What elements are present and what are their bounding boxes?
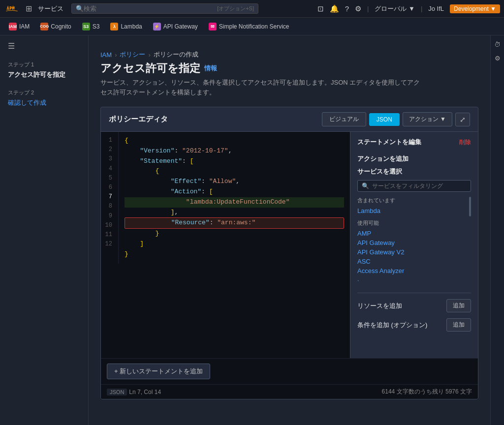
apigw-tab-label: API Gateway [163, 23, 198, 30]
line-num-6: 6 [101, 183, 114, 192]
region-selector[interactable]: グローバル ▼ [375, 4, 414, 13]
service-tab-sns[interactable]: ✉ Simple Notification Service [204, 21, 294, 32]
footer-right: 6144 文字数のうち残り 5976 文字 [382, 388, 472, 396]
code-content[interactable]: { "Version": "2012-10-17", "Statement": … [119, 132, 350, 264]
service-filter-input[interactable] [372, 182, 467, 189]
code-line-11: ] [125, 239, 344, 249]
step1-label: ステップ 1 [8, 61, 80, 68]
search-input[interactable] [84, 5, 215, 12]
info-link[interactable]: 情報 [204, 64, 217, 73]
code-line-8: ], [125, 208, 344, 218]
code-lines: 1 2 3 4 5 6 7 8 9 10 11 12 [101, 132, 350, 264]
policy-editor-container: ポリシーエディタ ビジュアル JSON アクション ▼ ⤢ 1 [100, 107, 478, 399]
tab-json[interactable]: JSON [369, 113, 400, 126]
sns-tab-label: Simple Notification Service [219, 23, 289, 30]
apigw-icon: ⚡ [153, 23, 161, 30]
line-num-8: 8 [101, 202, 114, 211]
edit-statement-header: ステートメントを編集 削除 [357, 138, 471, 147]
code-line-12: } [125, 249, 344, 260]
right-panel: ステートメントを編集 削除 アクションを追加 サービスを選択 🔍 [350, 132, 478, 358]
line-num-2: 2 [101, 145, 114, 154]
settings-icon[interactable]: ⚙ [355, 4, 361, 13]
apps-icon[interactable]: ⊡ [317, 4, 324, 13]
lambda-tab-label: Lambda [121, 23, 142, 30]
footer-type: JSON [107, 389, 127, 395]
breadcrumb-current: ポリシーの作成 [154, 50, 198, 59]
available-amp[interactable]: AMP [357, 229, 471, 238]
s3-icon: S3 [82, 23, 90, 30]
sidebar-toggle[interactable]: ☰ [8, 41, 20, 53]
add-resource-section: リソースを追加 追加 条件を追加 (オプション) 追加 [357, 293, 471, 332]
line-numbers: 1 2 3 4 5 6 7 8 9 10 11 12 [101, 132, 119, 264]
edit-statement-title: ステートメントを編集 [357, 138, 421, 147]
policy-editor-title: ポリシーエディタ [109, 115, 168, 124]
user-name[interactable]: Jo IfL [428, 5, 444, 12]
edit-statement-section: ステートメントを編集 削除 [357, 138, 471, 147]
line-num-11: 11 [101, 230, 114, 240]
add-resource-button[interactable]: 追加 [446, 299, 471, 312]
page-title-row: アクセス許可を指定 情報 [100, 61, 478, 76]
account-selector[interactable]: Development ▼ [450, 4, 500, 13]
service-lambda[interactable]: Lambda [357, 206, 471, 215]
right-tools: ⏱ ⚙ [490, 35, 504, 425]
service-tab-apigw[interactable]: ⚡ API Gateway [148, 21, 203, 32]
top-nav: ⊞ サービス 🔍 [オプション+S] ⊡ 🔔 ? ⚙ | グローバル ▼ | J… [0, 0, 504, 18]
line-num-5: 5 [101, 174, 114, 183]
page-title: アクセス許可を指定 [100, 61, 200, 76]
search-shortcut: [オプション+S] [217, 5, 254, 12]
cog-icon[interactable]: ⚙ [493, 53, 503, 63]
cognito-tab-label: Cognito [51, 23, 71, 30]
search-bar: 🔍 [オプション+S] [71, 3, 258, 14]
service-tab-cognito[interactable]: COG Cognito [35, 21, 76, 32]
tab-action[interactable]: アクション ▼ [403, 112, 452, 126]
s3-tab-label: S3 [93, 23, 100, 30]
code-line-4: { [125, 166, 344, 177]
services-label[interactable]: サービス [38, 4, 63, 13]
add-statement-row: + 新しいステートメントを追加 [101, 358, 478, 384]
code-line-9: "Resource": "arn:aws:" [125, 217, 344, 229]
fullscreen-button[interactable]: ⤢ [455, 113, 470, 126]
code-line-3: "Statement": [ [125, 156, 344, 167]
editor-toolbar: ビジュアル JSON アクション ▼ ⤢ [322, 112, 470, 126]
footer-position: Ln 7, Col 14 [129, 389, 161, 395]
available-access-analyzer[interactable]: Access Analyzer [357, 266, 471, 275]
service-tab-lambda[interactable]: λ Lambda [105, 21, 147, 32]
code-line-7: "lambda:UpdateFunctionCode" [125, 197, 344, 208]
code-line-6: "Action": [ [125, 187, 344, 197]
add-actions-section: アクションを追加 サービスを選択 🔍 含まれていま [357, 154, 471, 285]
service-tab-s3[interactable]: S3 S3 [77, 21, 105, 32]
breadcrumb: IAM › ポリシー › ポリシーの作成 [100, 45, 478, 61]
line-num-10: 10 [101, 221, 114, 230]
line-num-1: 1 [101, 136, 114, 145]
nav-separator: | [367, 5, 369, 12]
tab-visual[interactable]: ビジュアル [322, 112, 366, 126]
service-tabs: IAM IAM COG Cognito S3 S3 λ Lambda ⚡ API… [0, 18, 504, 35]
add-statement-button[interactable]: + 新しいステートメントを追加 [107, 364, 210, 379]
delete-link[interactable]: 削除 [459, 138, 471, 147]
search-icon: 🔍 [76, 5, 84, 12]
aws-logo[interactable] [4, 3, 20, 15]
line-num-4: 4 [101, 164, 114, 174]
add-resource-label: リソースを追加 [357, 302, 402, 310]
add-condition-button[interactable]: 追加 [446, 318, 471, 332]
add-statement-label: + 新しいステートメントを追加 [114, 367, 203, 376]
add-condition-row: 条件を追加 (オプション) 追加 [357, 318, 471, 332]
step2-link[interactable]: 確認して作成 [8, 99, 46, 106]
code-line-10: } [125, 229, 344, 239]
main-layout: ☰ ステップ 1 アクセス許可を指定 ステップ 2 確認して作成 IAM › ポ… [0, 35, 504, 425]
available-asc[interactable]: ASC [357, 257, 471, 266]
help-icon[interactable]: ? [345, 4, 349, 13]
grid-icon[interactable]: ⊞ [24, 2, 34, 15]
service-tab-iam[interactable]: IAM IAM [4, 21, 34, 32]
breadcrumb-iam[interactable]: IAM [100, 51, 112, 59]
code-line-2: "Version": "2012-10-17", [125, 146, 344, 156]
breadcrumb-policies[interactable]: ポリシー [120, 50, 145, 59]
scrollbar[interactable] [469, 197, 471, 216]
page-description: サービス、アクション、リソース、条件を選択してアクセス許可を追加します。JSON… [100, 78, 425, 97]
available-apigw-v2[interactable]: API Gateway V2 [357, 247, 471, 257]
lambda-icon: λ [110, 23, 118, 30]
available-apigw[interactable]: API Gateway [357, 238, 471, 247]
code-editor[interactable]: 1 2 3 4 5 6 7 8 9 10 11 12 [101, 132, 350, 358]
clock-icon[interactable]: ⏱ [493, 39, 503, 49]
bell-icon[interactable]: 🔔 [330, 4, 339, 13]
